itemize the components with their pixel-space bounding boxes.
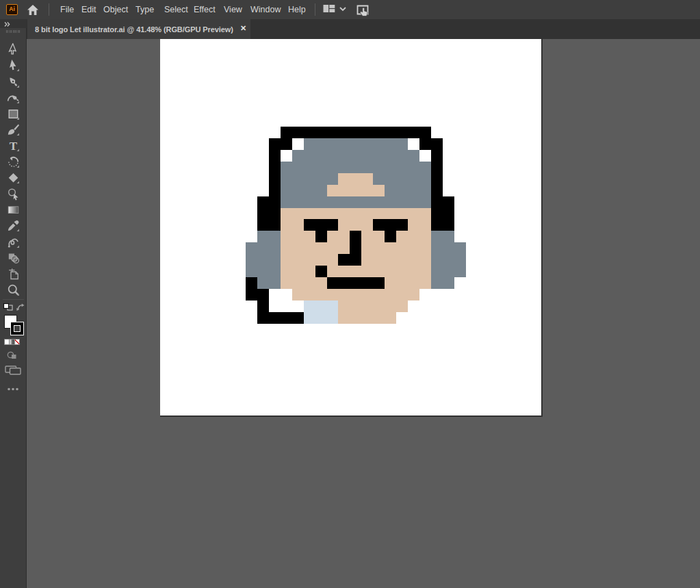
svg-text:T: T <box>10 140 18 153</box>
